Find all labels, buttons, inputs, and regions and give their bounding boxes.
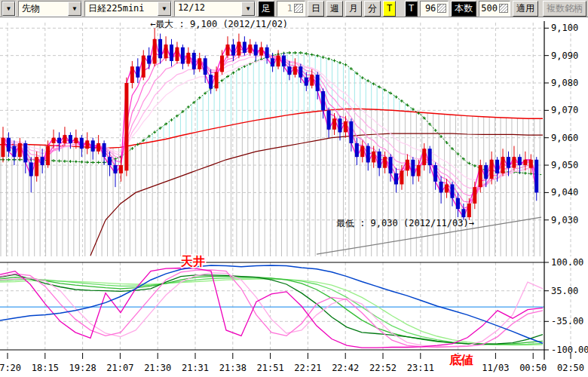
time-axis-label: 22:21	[294, 363, 321, 373]
multi-symbol-button[interactable]: 複数銘柄	[543, 1, 586, 17]
ashi-button[interactable]: 足	[258, 1, 274, 17]
oscillator-axis-label: 100.00	[551, 257, 583, 268]
oscillator-axis-label: -35.00	[551, 316, 583, 326]
market-select-value: 先物	[19, 2, 68, 16]
time-axis-label: 17:20	[0, 363, 21, 373]
chevron-down-icon[interactable]: ▼	[158, 2, 171, 16]
price-axis-label: 9,070	[551, 105, 578, 115]
chevron-down-icon[interactable]: ▼	[68, 2, 81, 16]
date-select[interactable]: 12/12 ▼	[174, 1, 256, 17]
max-price-annotation: ←最大 : 9,100 (2012/11/02)	[150, 19, 288, 29]
market-select[interactable]: 先物 ▼	[18, 1, 82, 17]
time-axis-label: 21:07	[106, 363, 133, 373]
bottom-annotation: 底値	[449, 353, 473, 367]
interval-value: 1	[279, 3, 292, 14]
time-axis-label: 22:52	[369, 363, 397, 373]
ceiling-annotation: 天井	[180, 254, 205, 268]
bars-stepper[interactable]: 96	[420, 1, 449, 17]
period-month-button[interactable]: 月	[345, 1, 362, 17]
price-axis-label: 9,030	[551, 215, 578, 225]
toolbar: ▼ 先物 ▼ 日経225mini ▼ 12/12 ▼ 足 1 日 週 月 分 T…	[0, 0, 588, 17]
period-week-button[interactable]: 週	[326, 1, 343, 17]
spinner-grip-icon[interactable]	[294, 4, 303, 13]
oscillator-panel	[0, 262, 544, 350]
tick-yellow-button[interactable]: T	[383, 1, 396, 17]
oscillator-axis-label: -100.00	[551, 345, 588, 355]
chevron-down-icon[interactable]: ▼	[241, 2, 255, 16]
symbol-select-value: 日経225mini	[85, 2, 158, 16]
edge-combo[interactable]: ▼	[2, 1, 16, 17]
ema-ribbon	[3, 39, 537, 217]
count-value: 500	[481, 3, 498, 14]
time-axis-label: 21:30	[144, 363, 171, 373]
price-axis-label: 9,090	[551, 51, 578, 61]
apply-button[interactable]: 適用	[513, 1, 538, 17]
time-axis-label: 21:31	[182, 363, 209, 373]
price-axis-label: 9,060	[551, 133, 578, 143]
time-axis-label: 00:50	[519, 363, 547, 373]
interval-stepper[interactable]: 1	[277, 1, 305, 17]
bars-button[interactable]: 本数	[451, 1, 476, 17]
price-axis-label: 9,100	[551, 23, 578, 33]
bars-value: 96	[422, 3, 436, 14]
time-axis-label: 21:38	[219, 363, 247, 373]
time-axis-label: 23:11	[407, 363, 434, 373]
min-price-annotation: 最低 : 9,030 (2012/11/03)→	[336, 218, 474, 228]
time-axis-label: 22:42	[332, 363, 359, 373]
chevron-down-icon[interactable]: ▼	[2, 2, 15, 16]
date-select-value: 12/12	[175, 2, 241, 16]
period-day-button[interactable]: 日	[308, 1, 324, 17]
period-minute-button[interactable]: 分	[364, 1, 381, 17]
time-axis-label: 18:15	[32, 363, 59, 373]
time-axis-label: 21:51	[257, 363, 284, 373]
spinner-grip-icon[interactable]	[437, 4, 446, 13]
oscillator-axis-label: 35.00	[551, 286, 578, 296]
price-axis-label: 9,050	[551, 160, 578, 170]
time-axis-label: 19:28	[69, 363, 96, 373]
count-stepper[interactable]: 500	[479, 1, 510, 17]
symbol-select[interactable]: 日経225mini ▼	[84, 1, 172, 17]
price-axis-label: 9,040	[551, 187, 578, 198]
time-axis-label: 02:50	[557, 363, 584, 373]
tick-black-button[interactable]: T	[405, 1, 418, 17]
spinner-grip-icon[interactable]	[499, 4, 508, 13]
price-axis-label: 9,080	[551, 78, 578, 88]
chart-window: { "toolbar": { "edge_combo": "", "market…	[0, 0, 588, 377]
time-axis-label: 11/03	[482, 363, 509, 373]
chart-canvas[interactable]: 9,1009,0909,0809,0709,0609,0509,0409,030…	[0, 0, 588, 377]
